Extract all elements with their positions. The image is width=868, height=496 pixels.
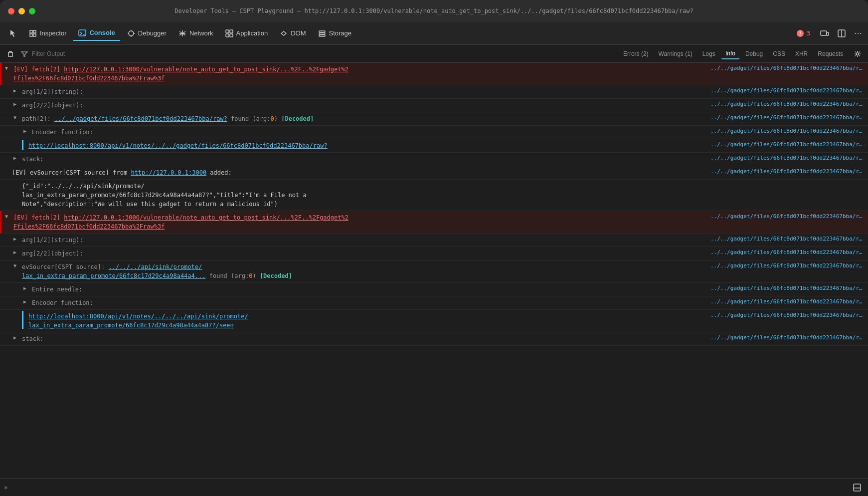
error-badge[interactable]: ! 3 xyxy=(792,27,814,39)
fetch-url-link2[interactable]: http://127.0.0.1:3000/vulnerable/note_au… xyxy=(13,214,348,230)
tab-css[interactable]: CSS xyxy=(769,48,789,59)
dock-button[interactable] xyxy=(835,27,848,40)
tab-warnings[interactable]: Warnings (1) xyxy=(655,48,696,59)
expand-arrow-stack2[interactable]: ▶ xyxy=(10,333,20,340)
tab-xhr[interactable]: XHR xyxy=(791,48,812,59)
row-content: [EV] evSourcer[CSPT source] from http://… xyxy=(10,167,708,178)
expand-arrow-arg1b[interactable]: ▶ xyxy=(10,235,20,242)
responsive-button[interactable] xyxy=(818,27,831,40)
localhost-link[interactable]: http://localhost:8000/api/v1/notes/../..… xyxy=(28,142,328,149)
source-link[interactable]: ../../gadget/files/66fc8d071bcf0dd223467… xyxy=(708,248,868,256)
collapse-arrow-ev[interactable]: ▼ xyxy=(10,261,20,268)
source-link[interactable]: ../../gadget/files/66fc8d071bcf0dd223467… xyxy=(708,86,868,95)
source-link[interactable]: ../../gadget/files/66fc8d071bcf0dd223467… xyxy=(708,212,868,221)
svg-rect-6 xyxy=(226,30,229,33)
tab-errors[interactable]: Errors (2) xyxy=(619,48,653,59)
expand-arrow2[interactable]: ▼ xyxy=(1,212,11,219)
svg-rect-9 xyxy=(230,34,233,37)
close-button[interactable] xyxy=(8,8,14,14)
network-button[interactable]: Network xyxy=(174,26,218,40)
source-link[interactable]: ../../gadget/files/66fc8d071bcf0dd223467… xyxy=(708,127,868,135)
clear-console-button[interactable] xyxy=(4,48,17,59)
row-content: Encoder function: xyxy=(30,127,708,138)
svg-rect-1 xyxy=(33,30,36,33)
table-row: {"_id":"../../../api/sink/promote/lax_in… xyxy=(0,180,868,211)
fetch-url-link[interactable]: http://127.0.0.1:3000/vulnerable/note_au… xyxy=(13,66,348,82)
expand-arrow-arg2[interactable]: ▶ xyxy=(10,100,20,107)
expand-arrow[interactable]: ▼ xyxy=(1,64,11,71)
ev-sourcer-link[interactable]: http://127.0.0.1:3000 xyxy=(131,169,206,176)
source-link[interactable]: ../../gadget/files/66fc8d071bcf0dd223467… xyxy=(708,235,868,243)
window: Developer Tools — CSPT Playground — http… xyxy=(0,0,868,496)
source-link[interactable]: ../../gadget/files/66fc8d071bcf0dd223467… xyxy=(708,140,868,149)
expand-arrow-needle[interactable]: ▶ xyxy=(20,284,30,291)
dom-icon xyxy=(280,29,288,37)
row-content: Entire needle: xyxy=(30,284,708,295)
split-console-button[interactable] xyxy=(850,482,864,494)
svg-rect-12 xyxy=(319,35,325,36)
localhost-link2[interactable]: http://localhost:8000/api/v1/notes/../..… xyxy=(28,313,248,329)
application-label: Application xyxy=(236,29,268,37)
console-button[interactable]: Console xyxy=(73,26,120,41)
collapse-arrow-path[interactable]: ▼ xyxy=(10,113,20,120)
stack-label2: stack: xyxy=(22,335,43,342)
expand-arrow-stack[interactable]: ▶ xyxy=(10,154,20,161)
source-link[interactable]: ../../gadget/files/66fc8d071bcf0dd223467… xyxy=(708,333,868,342)
network-label: Network xyxy=(189,29,213,37)
source-link[interactable]: ../../gadget/files/66fc8d071bcf0dd223467… xyxy=(708,113,868,122)
ellipsis-icon: ⋯ xyxy=(854,28,862,38)
source-link[interactable]: ../../gadget/files/66fc8d071bcf0dd223467… xyxy=(708,311,868,319)
row-content: http://localhost:8000/api/v1/notes/../..… xyxy=(26,311,708,331)
row-content: http://localhost:8000/api/v1/notes/../..… xyxy=(26,140,708,151)
expand-arrow-encoder2[interactable]: ▶ xyxy=(20,297,30,304)
source-link[interactable]: ../../gadget/files/66fc8d071bcf0dd223467… xyxy=(708,261,868,270)
source-link[interactable]: ../../gadget/files/66fc8d071bcf0dd223467… xyxy=(708,167,868,176)
expand-arrow-encoder[interactable]: ▶ xyxy=(20,127,30,134)
svg-rect-8 xyxy=(226,34,229,37)
storage-label: Storage xyxy=(329,29,352,37)
filter-icon xyxy=(21,50,28,57)
console-input[interactable] xyxy=(9,484,850,491)
source-link[interactable]: ../../gadget/files/66fc8d071bcf0dd223467… xyxy=(708,154,868,162)
arg-label2: arg[1/2](string): xyxy=(22,237,83,244)
tab-requests[interactable]: Requests xyxy=(814,48,847,59)
row-content: stack: xyxy=(20,333,708,344)
source-link[interactable]: ../../gadget/files/66fc8d071bcf0dd223467… xyxy=(708,297,868,306)
console-settings-button[interactable] xyxy=(851,48,864,59)
dom-label: DOM xyxy=(291,29,306,37)
storage-button[interactable]: Storage xyxy=(313,26,357,40)
path-link[interactable]: ../../gadget/files/66fc8d071bcf0dd223467… xyxy=(54,115,227,122)
tab-info[interactable]: Info xyxy=(721,48,739,59)
pick-element-button[interactable] xyxy=(4,26,22,40)
minimize-button[interactable] xyxy=(18,8,25,14)
table-row: ▶ Entire needle: ../../gadget/files/66fc… xyxy=(0,283,868,296)
table-row: ▼ evSourcer[CSPT source]: ../../../api/s… xyxy=(0,260,868,283)
maximize-button[interactable] xyxy=(29,8,35,14)
row-content: arg[2/2](object): xyxy=(20,100,708,111)
debugger-button[interactable]: Debugger xyxy=(122,26,172,40)
filter-input[interactable] xyxy=(32,50,615,57)
source-link[interactable]: ../../gadget/files/66fc8d071bcf0dd223467… xyxy=(708,284,868,292)
inspector-button[interactable]: Inspector xyxy=(24,26,71,40)
tab-debug[interactable]: Debug xyxy=(741,48,767,59)
expand-arrow-arg1[interactable]: ▶ xyxy=(10,86,20,93)
vertical-bar2 xyxy=(22,311,23,329)
toolbar-right: ! 3 ⋯ xyxy=(792,26,864,40)
source-link[interactable]: ../../gadget/files/66fc8d071bcf0dd223467… xyxy=(708,64,868,72)
dom-button[interactable]: DOM xyxy=(275,26,311,40)
console-icon xyxy=(78,29,86,37)
svg-rect-10 xyxy=(319,31,325,32)
stack-label: stack: xyxy=(22,156,43,163)
ev-prefix2: [EV] fetch[2] xyxy=(13,214,64,221)
tab-logs[interactable]: Logs xyxy=(698,48,719,59)
table-row: ▼ path[2]: ../../gadget/files/66fc8d071b… xyxy=(0,112,868,126)
application-button[interactable]: Application xyxy=(220,26,273,40)
storage-icon xyxy=(318,29,326,37)
arg2-label: arg[2/2](object): xyxy=(22,102,83,109)
source-link[interactable]: ../../gadget/files/66fc8d071bcf0dd223467… xyxy=(708,100,868,108)
expand-arrow-arg2b[interactable]: ▶ xyxy=(10,248,20,255)
console-bottom: » xyxy=(0,478,868,496)
more-button[interactable]: ⋯ xyxy=(852,26,864,40)
svg-text:!: ! xyxy=(799,31,802,36)
toolbar: Inspector Console Debugger Network xyxy=(0,22,868,45)
